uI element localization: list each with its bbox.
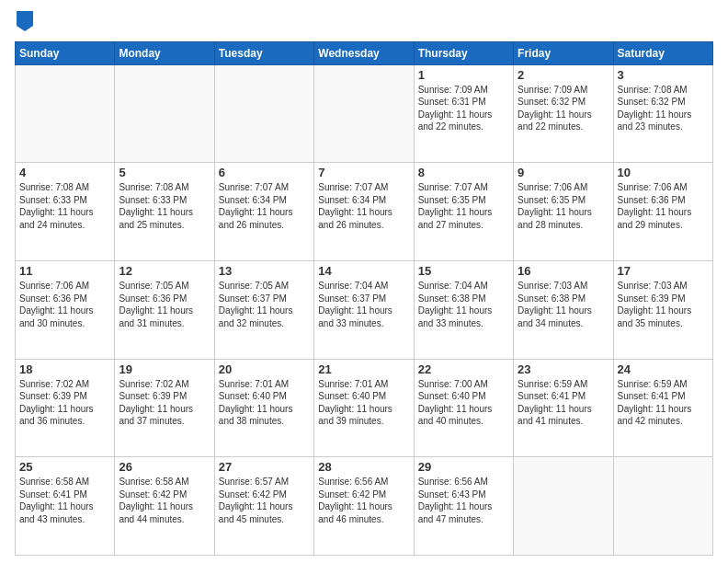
calendar-cell: 12Sunrise: 7:05 AM Sunset: 6:36 PM Dayli… xyxy=(115,261,214,360)
calendar-week-row: 1Sunrise: 7:09 AM Sunset: 6:31 PM Daylig… xyxy=(16,64,713,163)
weekday-header: Thursday xyxy=(414,41,513,64)
calendar-week-row: 4Sunrise: 7:08 AM Sunset: 6:33 PM Daylig… xyxy=(16,163,713,261)
day-info: Sunrise: 7:02 AM Sunset: 6:39 PM Dayligh… xyxy=(119,378,210,428)
calendar-cell: 6Sunrise: 7:07 AM Sunset: 6:34 PM Daylig… xyxy=(214,163,313,261)
day-info: Sunrise: 6:58 AM Sunset: 6:41 PM Dayligh… xyxy=(19,476,110,525)
weekday-header: Sunday xyxy=(16,41,115,64)
day-info: Sunrise: 6:59 AM Sunset: 6:41 PM Dayligh… xyxy=(618,378,709,428)
day-number: 28 xyxy=(318,460,409,474)
day-number: 4 xyxy=(19,166,110,179)
day-info: Sunrise: 6:58 AM Sunset: 6:42 PM Dayligh… xyxy=(119,476,210,525)
svg-marker-0 xyxy=(17,11,33,31)
day-number: 29 xyxy=(418,460,509,474)
logo-icon xyxy=(17,11,33,31)
calendar-cell: 16Sunrise: 7:03 AM Sunset: 6:38 PM Dayli… xyxy=(514,261,613,360)
day-info: Sunrise: 7:08 AM Sunset: 6:33 PM Dayligh… xyxy=(119,181,210,231)
day-info: Sunrise: 6:56 AM Sunset: 6:43 PM Dayligh… xyxy=(418,476,509,525)
calendar-cell: 17Sunrise: 7:03 AM Sunset: 6:39 PM Dayli… xyxy=(613,261,712,360)
day-number: 23 xyxy=(518,362,609,376)
calendar-cell xyxy=(214,64,313,163)
day-number: 3 xyxy=(618,68,709,82)
calendar-cell: 4Sunrise: 7:08 AM Sunset: 6:33 PM Daylig… xyxy=(16,163,115,261)
weekday-header: Friday xyxy=(514,41,613,64)
day-info: Sunrise: 7:01 AM Sunset: 6:40 PM Dayligh… xyxy=(318,378,409,428)
calendar-cell: 2Sunrise: 7:09 AM Sunset: 6:32 PM Daylig… xyxy=(514,64,613,163)
calendar-cell xyxy=(16,64,115,163)
calendar-cell: 22Sunrise: 7:00 AM Sunset: 6:40 PM Dayli… xyxy=(414,359,513,457)
calendar-cell: 19Sunrise: 7:02 AM Sunset: 6:39 PM Dayli… xyxy=(115,359,214,457)
weekday-header: Wednesday xyxy=(314,41,414,64)
day-number: 19 xyxy=(119,362,210,376)
calendar-cell: 20Sunrise: 7:01 AM Sunset: 6:40 PM Dayli… xyxy=(214,359,313,457)
calendar-cell: 1Sunrise: 7:09 AM Sunset: 6:31 PM Daylig… xyxy=(414,64,513,163)
day-number: 16 xyxy=(518,264,609,278)
day-info: Sunrise: 6:59 AM Sunset: 6:41 PM Dayligh… xyxy=(518,378,609,428)
day-number: 8 xyxy=(418,166,509,179)
calendar-cell: 10Sunrise: 7:06 AM Sunset: 6:36 PM Dayli… xyxy=(613,163,712,261)
day-number: 6 xyxy=(219,166,310,179)
calendar-cell: 21Sunrise: 7:01 AM Sunset: 6:40 PM Dayli… xyxy=(314,359,414,457)
day-number: 9 xyxy=(518,166,609,179)
calendar-cell: 25Sunrise: 6:58 AM Sunset: 6:41 PM Dayli… xyxy=(16,457,115,556)
calendar-cell: 13Sunrise: 7:05 AM Sunset: 6:37 PM Dayli… xyxy=(214,261,313,360)
day-number: 10 xyxy=(618,166,709,179)
calendar-table: SundayMondayTuesdayWednesdayThursdayFrid… xyxy=(15,41,713,556)
calendar-cell: 3Sunrise: 7:08 AM Sunset: 6:32 PM Daylig… xyxy=(613,64,712,163)
day-number: 21 xyxy=(318,362,409,376)
day-number: 15 xyxy=(418,264,509,278)
day-number: 5 xyxy=(119,166,210,179)
day-number: 24 xyxy=(618,362,709,376)
day-info: Sunrise: 7:02 AM Sunset: 6:39 PM Dayligh… xyxy=(19,378,110,428)
calendar-cell xyxy=(115,64,214,163)
day-info: Sunrise: 7:06 AM Sunset: 6:35 PM Dayligh… xyxy=(518,181,609,231)
header xyxy=(15,11,713,36)
day-number: 22 xyxy=(418,362,509,376)
day-info: Sunrise: 7:08 AM Sunset: 6:32 PM Dayligh… xyxy=(618,84,709,133)
calendar-cell: 24Sunrise: 6:59 AM Sunset: 6:41 PM Dayli… xyxy=(613,359,712,457)
weekday-header: Tuesday xyxy=(214,41,313,64)
day-number: 17 xyxy=(618,264,709,278)
day-info: Sunrise: 7:07 AM Sunset: 6:34 PM Dayligh… xyxy=(219,181,310,231)
page: SundayMondayTuesdayWednesdayThursdayFrid… xyxy=(0,0,728,563)
day-number: 1 xyxy=(418,68,509,82)
day-info: Sunrise: 7:00 AM Sunset: 6:40 PM Dayligh… xyxy=(418,378,509,428)
calendar-cell: 5Sunrise: 7:08 AM Sunset: 6:33 PM Daylig… xyxy=(115,163,214,261)
day-number: 26 xyxy=(119,460,210,474)
day-info: Sunrise: 7:07 AM Sunset: 6:34 PM Dayligh… xyxy=(318,181,409,231)
day-number: 12 xyxy=(119,264,210,278)
day-number: 14 xyxy=(318,264,409,278)
weekday-header: Monday xyxy=(115,41,214,64)
calendar-cell xyxy=(314,64,414,163)
calendar-cell: 26Sunrise: 6:58 AM Sunset: 6:42 PM Dayli… xyxy=(115,457,214,556)
calendar-cell: 7Sunrise: 7:07 AM Sunset: 6:34 PM Daylig… xyxy=(314,163,414,261)
day-info: Sunrise: 7:05 AM Sunset: 6:37 PM Dayligh… xyxy=(219,280,310,329)
day-info: Sunrise: 7:06 AM Sunset: 6:36 PM Dayligh… xyxy=(19,280,110,329)
calendar-cell: 15Sunrise: 7:04 AM Sunset: 6:38 PM Dayli… xyxy=(414,261,513,360)
calendar-cell: 11Sunrise: 7:06 AM Sunset: 6:36 PM Dayli… xyxy=(16,261,115,360)
calendar-week-row: 25Sunrise: 6:58 AM Sunset: 6:41 PM Dayli… xyxy=(16,457,713,556)
day-info: Sunrise: 7:03 AM Sunset: 6:38 PM Dayligh… xyxy=(518,280,609,329)
calendar-week-row: 18Sunrise: 7:02 AM Sunset: 6:39 PM Dayli… xyxy=(16,359,713,457)
day-info: Sunrise: 6:57 AM Sunset: 6:42 PM Dayligh… xyxy=(219,476,310,525)
day-info: Sunrise: 7:07 AM Sunset: 6:35 PM Dayligh… xyxy=(418,181,509,231)
day-number: 25 xyxy=(19,460,110,474)
day-info: Sunrise: 7:08 AM Sunset: 6:33 PM Dayligh… xyxy=(19,181,110,231)
calendar-cell xyxy=(514,457,613,556)
calendar-week-row: 11Sunrise: 7:06 AM Sunset: 6:36 PM Dayli… xyxy=(16,261,713,360)
day-number: 11 xyxy=(19,264,110,278)
day-number: 13 xyxy=(219,264,310,278)
day-info: Sunrise: 7:06 AM Sunset: 6:36 PM Dayligh… xyxy=(618,181,709,231)
calendar-cell: 9Sunrise: 7:06 AM Sunset: 6:35 PM Daylig… xyxy=(514,163,613,261)
weekday-header: Saturday xyxy=(613,41,712,64)
day-info: Sunrise: 7:03 AM Sunset: 6:39 PM Dayligh… xyxy=(618,280,709,329)
calendar-cell: 29Sunrise: 6:56 AM Sunset: 6:43 PM Dayli… xyxy=(414,457,513,556)
calendar-cell: 18Sunrise: 7:02 AM Sunset: 6:39 PM Dayli… xyxy=(16,359,115,457)
day-info: Sunrise: 7:09 AM Sunset: 6:32 PM Dayligh… xyxy=(518,84,609,133)
day-info: Sunrise: 7:09 AM Sunset: 6:31 PM Dayligh… xyxy=(418,84,509,133)
day-number: 7 xyxy=(318,166,409,179)
day-info: Sunrise: 7:01 AM Sunset: 6:40 PM Dayligh… xyxy=(219,378,310,428)
day-number: 20 xyxy=(219,362,310,376)
day-info: Sunrise: 7:05 AM Sunset: 6:36 PM Dayligh… xyxy=(119,280,210,329)
calendar-cell: 27Sunrise: 6:57 AM Sunset: 6:42 PM Dayli… xyxy=(214,457,313,556)
calendar-cell: 28Sunrise: 6:56 AM Sunset: 6:42 PM Dayli… xyxy=(314,457,414,556)
